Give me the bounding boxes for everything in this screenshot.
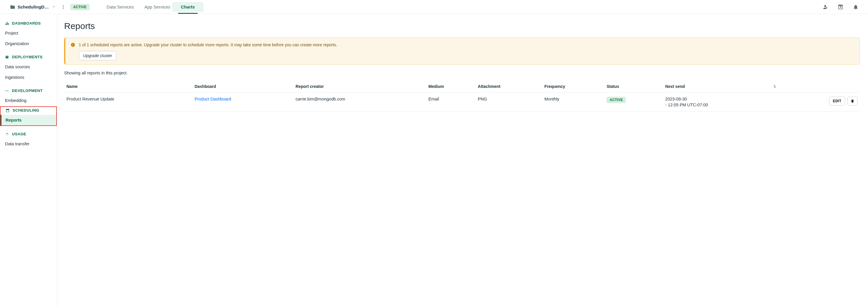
cell-creator: carrie.kim@mongodb.com	[293, 93, 426, 112]
top-nav-tabs: Data Services App Services Charts	[106, 0, 195, 14]
banner-text: 1 of 1 scheduled reports are active. Upg…	[79, 42, 854, 48]
sidebar-item-ingestions[interactable]: Ingestions	[0, 72, 57, 83]
next-send-time: - 12:05 PM UTC-07:00	[665, 102, 777, 107]
svg-point-2	[63, 8, 64, 9]
sidebar-header-scheduling-label: SCHEDULING	[12, 108, 39, 113]
tab-app-services[interactable]: App Services	[144, 0, 170, 14]
delete-button[interactable]	[847, 97, 858, 105]
col-status[interactable]: Status	[604, 81, 663, 93]
trash-icon	[850, 99, 855, 103]
cell-attachment: PNG	[475, 93, 542, 112]
notifications-icon[interactable]	[853, 4, 859, 10]
cell-frequency: Monthly	[542, 93, 604, 112]
col-frequency[interactable]: Frequency	[542, 81, 604, 93]
sidebar-header-usage-label: USAGE	[12, 132, 26, 136]
table-header-row: Name Dashboard Report creator Medium Att…	[64, 81, 860, 93]
project-status-badge: ACTIVE	[70, 4, 90, 10]
warning-icon	[70, 42, 75, 47]
sidebar-header-dashboards: DASHBOARDS	[0, 21, 57, 26]
sidebar-header-development-label: DEVELOPMENT	[12, 89, 42, 93]
sidebar-item-project[interactable]: Project	[0, 28, 57, 38]
table-row: Product Revenue Update Product Dashboard…	[64, 93, 860, 112]
main-content: Reports 1 of 1 scheduled reports are act…	[64, 14, 868, 307]
dashboard-link[interactable]: Product Dashboard	[195, 97, 231, 101]
reports-table: Name Dashboard Report creator Medium Att…	[64, 81, 860, 112]
integrations-icon[interactable]	[838, 4, 843, 10]
upgrade-banner: 1 of 1 scheduled reports are active. Upg…	[64, 37, 860, 65]
sidebar-header-deployments: DEPLOYMENTS	[0, 55, 57, 59]
col-next-send[interactable]: Next send	[663, 81, 779, 93]
project-name: SchedulingDas…	[18, 4, 50, 9]
svg-point-0	[63, 5, 64, 6]
svg-point-1	[63, 6, 64, 7]
col-attachment[interactable]: Attachment	[475, 81, 542, 93]
sidebar-header-development: DEVELOPMENT	[0, 89, 57, 93]
sort-icon	[773, 84, 777, 89]
col-dashboard[interactable]: Dashboard	[192, 81, 293, 93]
upgrade-cluster-button[interactable]: Upgrade cluster	[79, 51, 117, 60]
reports-subtext: Showing all reports in this project.	[64, 70, 860, 75]
sidebar-header-scheduling: SCHEDULING	[1, 108, 56, 113]
col-creator[interactable]: Report creator	[293, 81, 426, 93]
edit-button[interactable]: EDIT	[829, 97, 845, 105]
project-selector[interactable]: SchedulingDas…	[10, 4, 56, 10]
sidebar: DASHBOARDS Project Organization DEPLOYME…	[0, 14, 57, 307]
kebab-menu-icon[interactable]	[61, 5, 66, 9]
sidebar-header-deployments-label: DEPLOYMENTS	[12, 55, 42, 59]
folder-icon	[10, 4, 15, 10]
col-next-send-label: Next send	[665, 84, 685, 89]
col-medium[interactable]: Medium	[426, 81, 475, 93]
invite-user-icon[interactable]	[822, 4, 828, 10]
sidebar-header-usage: USAGE	[0, 132, 57, 136]
sidebar-item-organization[interactable]: Organization	[0, 38, 57, 49]
top-bar: SchedulingDas… ACTIVE Data Services App …	[0, 0, 868, 14]
sidebar-item-embedding[interactable]: Embedding	[0, 95, 57, 106]
cell-name: Product Revenue Update	[64, 93, 192, 112]
col-name[interactable]: Name	[64, 81, 192, 93]
chevron-down-icon	[52, 5, 56, 9]
col-actions	[779, 81, 860, 93]
sidebar-item-data-sources[interactable]: Data sources	[0, 62, 57, 72]
status-badge: ACTIVE	[607, 97, 626, 103]
tab-charts[interactable]: Charts	[181, 0, 195, 14]
page-title: Reports	[64, 21, 860, 31]
top-right-icons	[822, 4, 862, 10]
sidebar-item-data-transfer[interactable]: Data transfer	[0, 139, 57, 149]
cell-next-send: 2023-09-30 - 12:05 PM UTC-07:00	[663, 93, 779, 112]
sidebar-item-reports[interactable]: Reports	[1, 115, 56, 125]
sidebar-scheduling-highlight: SCHEDULING Reports	[0, 106, 57, 126]
next-send-date: 2023-09-30	[665, 97, 777, 101]
sidebar-header-dashboards-label: DASHBOARDS	[12, 21, 41, 26]
tab-data-services[interactable]: Data Services	[106, 0, 134, 14]
cell-medium: Email	[426, 93, 475, 112]
